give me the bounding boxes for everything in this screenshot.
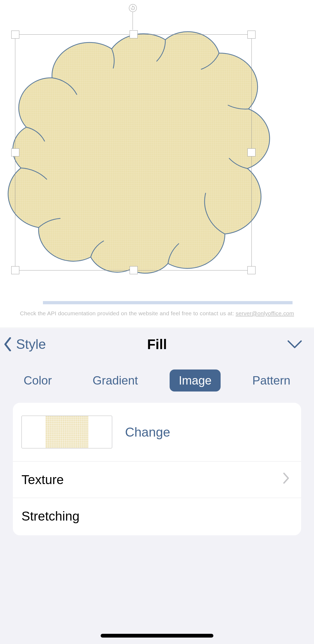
resize-handle-n[interactable] bbox=[130, 30, 138, 38]
footer-text: Check the API documentation provided on … bbox=[0, 310, 314, 317]
close-sheet-button[interactable] bbox=[287, 328, 302, 360]
chevron-down-icon bbox=[287, 339, 302, 349]
footer-copy: Check the API documentation provided on … bbox=[20, 310, 236, 316]
back-button[interactable]: Style bbox=[3, 328, 46, 360]
tab-pattern[interactable]: Pattern bbox=[243, 369, 300, 391]
footer-rule bbox=[43, 301, 293, 304]
texture-label: Texture bbox=[21, 472, 64, 487]
resize-handle-s[interactable] bbox=[130, 266, 138, 274]
tab-gradient[interactable]: Gradient bbox=[83, 369, 147, 391]
resize-handle-se[interactable] bbox=[247, 266, 255, 274]
row-stretching[interactable]: Stretching bbox=[13, 498, 301, 535]
resize-handle-w[interactable] bbox=[11, 148, 19, 156]
chevron-left-icon bbox=[3, 337, 13, 351]
resize-handle-sw[interactable] bbox=[11, 266, 19, 274]
sheet-title: Fill bbox=[147, 336, 167, 352]
document-canvas[interactable]: Check the API documentation provided on … bbox=[0, 0, 314, 328]
row-change-image[interactable]: Change bbox=[13, 403, 301, 461]
row-texture[interactable]: Texture bbox=[13, 461, 301, 498]
change-label: Change bbox=[125, 425, 170, 440]
sheet-header: Style Fill bbox=[0, 328, 314, 360]
back-label: Style bbox=[16, 336, 46, 352]
rotate-handle[interactable] bbox=[129, 4, 137, 12]
tab-color[interactable]: Color bbox=[14, 369, 61, 391]
resize-handle-nw[interactable] bbox=[11, 31, 19, 39]
tab-image[interactable]: Image bbox=[170, 369, 221, 391]
svg-point-0 bbox=[133, 8, 133, 9]
image-preview-texture bbox=[45, 416, 88, 448]
rotate-stem bbox=[133, 12, 133, 30]
resize-handle-ne[interactable] bbox=[247, 31, 255, 39]
fill-sheet: Style Fill Color Gradient Image Pattern … bbox=[0, 328, 314, 644]
resize-handle-e[interactable] bbox=[247, 148, 255, 156]
selection-box[interactable] bbox=[15, 34, 252, 270]
fill-tabs: Color Gradient Image Pattern bbox=[0, 360, 314, 401]
chevron-right-icon bbox=[282, 472, 290, 487]
footer-email-link[interactable]: server@onlyoffice.com bbox=[236, 310, 294, 316]
home-indicator[interactable] bbox=[101, 634, 213, 638]
rotate-icon bbox=[130, 5, 136, 11]
image-preview bbox=[21, 416, 112, 448]
image-fill-card: Change Texture Stretching bbox=[13, 403, 301, 535]
stretching-label: Stretching bbox=[21, 509, 79, 523]
